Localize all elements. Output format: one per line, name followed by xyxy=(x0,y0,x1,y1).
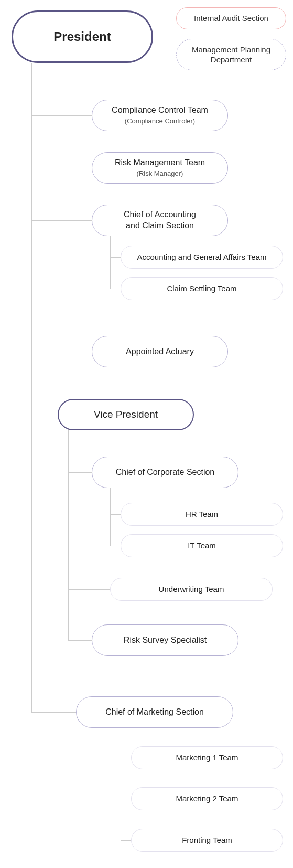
label-planning-1: Management Planning xyxy=(192,45,270,55)
node-hr-team: HR Team xyxy=(121,503,283,526)
node-claim-settling: Claim Settling Team xyxy=(121,277,283,300)
node-appointed-actuary: Appointed Actuary xyxy=(92,336,228,367)
node-compliance: Compliance Control Team (Compliance Cont… xyxy=(92,100,228,131)
label-actuary: Appointed Actuary xyxy=(126,346,194,357)
label-risk-sub: (Risk Manager) xyxy=(137,170,183,178)
label-m2: Marketing 2 Team xyxy=(176,793,238,804)
label-president: President xyxy=(53,28,111,45)
label-acct-1: Chief of Accounting xyxy=(124,209,196,220)
node-marketing-1: Marketing 1 Team xyxy=(131,746,283,769)
label-vp: Vice President xyxy=(94,408,158,421)
node-internal-audit: Internal Audit Section xyxy=(176,7,286,29)
label-agat: Accounting and General Affairs Team xyxy=(137,252,266,262)
label-uw: Underwriting Team xyxy=(159,584,224,595)
label-m1: Marketing 1 Team xyxy=(176,753,238,763)
node-president: President xyxy=(12,10,153,63)
node-marketing-chief: Chief of Marketing Section xyxy=(76,696,233,728)
label-acct-2: and Claim Section xyxy=(126,220,194,231)
label-rss: Risk Survey Specialist xyxy=(124,635,207,646)
label-compliance: Compliance Control Team xyxy=(112,105,208,116)
label-marketing: Chief of Marketing Section xyxy=(105,707,204,718)
label-hr: HR Team xyxy=(186,509,218,520)
node-risk-survey: Risk Survey Specialist xyxy=(92,624,238,656)
node-fronting: Fronting Team xyxy=(131,829,283,852)
node-vice-president: Vice President xyxy=(58,399,194,430)
label-it: IT Team xyxy=(188,541,216,551)
label-corp: Chief of Corporate Section xyxy=(116,467,215,478)
label-fr: Fronting Team xyxy=(182,835,232,845)
node-corporate-chief: Chief of Corporate Section xyxy=(92,457,238,488)
org-chart: President Internal Audit Section Managem… xyxy=(5,5,288,863)
node-risk-management: Risk Management Team (Risk Manager) xyxy=(92,152,228,184)
label-claim: Claim Settling Team xyxy=(167,283,236,294)
node-accounting-general-affairs: Accounting and General Affairs Team xyxy=(121,246,283,269)
label-internal-audit: Internal Audit Section xyxy=(194,13,268,24)
node-underwriting: Underwriting Team xyxy=(110,578,273,601)
label-risk: Risk Management Team xyxy=(115,157,205,168)
node-it-team: IT Team xyxy=(121,534,283,557)
node-accounting-chief: Chief of Accounting and Claim Section xyxy=(92,205,228,236)
node-management-planning: Management Planning Department xyxy=(176,39,286,70)
node-marketing-2: Marketing 2 Team xyxy=(131,787,283,810)
label-planning-2: Department xyxy=(211,55,252,65)
label-compliance-sub: (Compliance Controler) xyxy=(125,117,195,126)
